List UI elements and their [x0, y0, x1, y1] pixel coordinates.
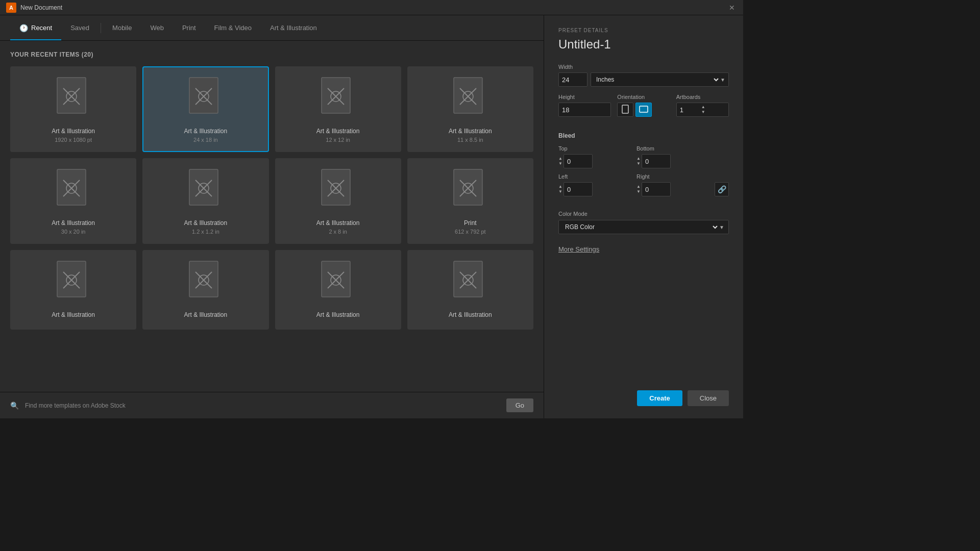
- doc-card-7[interactable]: Art & Illustration 2 x 8 in: [275, 158, 401, 244]
- portrait-icon: [622, 105, 629, 115]
- landscape-button[interactable]: [635, 103, 652, 117]
- height-field[interactable]: [558, 103, 611, 117]
- more-settings-link[interactable]: More Settings: [558, 245, 729, 253]
- doc-name-8: Print: [464, 219, 477, 227]
- svg-rect-12: [454, 78, 482, 113]
- orientation-label: Orientation: [617, 94, 670, 100]
- right-panel: PRESET DETAILS Untitled-1 Width Inches P…: [544, 15, 743, 418]
- bleed-top-down-arrow[interactable]: ▼: [558, 161, 562, 166]
- width-unit-wrap[interactable]: Inches Pixels Points Centimeters ▼: [591, 72, 729, 87]
- bleed-left-up-arrow[interactable]: ▲: [558, 184, 562, 189]
- doc-size-2: 24 x 18 in: [193, 137, 218, 143]
- doc-card-10[interactable]: Art & Illustration: [142, 250, 268, 330]
- bleed-right-group: Right ▲ ▼: [636, 173, 709, 196]
- doc-card-2[interactable]: Art & Illustration 24 x 18 in: [142, 66, 268, 152]
- tab-web[interactable]: Web: [141, 15, 173, 40]
- bleed-right-label: Right: [636, 173, 709, 180]
- go-button[interactable]: Go: [506, 398, 533, 412]
- svg-rect-28: [454, 169, 482, 205]
- height-input[interactable]: [559, 106, 587, 114]
- height-orient-row: Height Orientation: [558, 94, 729, 117]
- doc-size-1: 980 x 551 pt: [55, 137, 92, 143]
- window-close-button[interactable]: ✕: [727, 3, 737, 13]
- doc-card-4[interactable]: Art & Illustration 11 x 8.5 in: [407, 66, 533, 152]
- height-group: Height: [558, 94, 611, 117]
- doc-name-12: Art & Illustration: [449, 311, 492, 318]
- section-title: YOUR RECENT ITEMS (20): [10, 51, 533, 58]
- doc-name-10: Art & Illustration: [184, 311, 228, 318]
- width-unit-select[interactable]: Inches Pixels Points Centimeters: [594, 76, 720, 84]
- tab-film-video[interactable]: Film & Video: [205, 15, 261, 40]
- create-button[interactable]: Create: [637, 390, 682, 406]
- artboards-input[interactable]: [680, 106, 700, 114]
- doc-card-1[interactable]: Art & Illustration 980 x 551 pt: [10, 66, 136, 152]
- doc-icon-12: [450, 259, 491, 305]
- bleed-left-input[interactable]: [564, 186, 592, 193]
- doc-card-8[interactable]: Print 612 x 792 pt: [407, 158, 533, 244]
- artboard-arrows: ▲ ▼: [701, 105, 705, 114]
- color-mode-select-wrap[interactable]: RGB Color CMYK Color Grayscale ▼: [558, 220, 729, 234]
- doc-card-9[interactable]: Art & Illustration: [10, 250, 136, 330]
- bleed-left-down-arrow[interactable]: ▼: [558, 189, 562, 194]
- doc-icon-2: [185, 76, 226, 121]
- bleed-top-bottom-row: Top ▲ ▼ Bottom ▲ ▼: [558, 145, 729, 168]
- doc-size-7: 2 x 8 in: [329, 229, 347, 235]
- content-area: YOUR RECENT ITEMS (20) Art & Illustratio…: [0, 41, 544, 392]
- title-bar: A New Document ✕: [0, 0, 743, 15]
- app-icon: A: [6, 3, 16, 13]
- bleed-bottom-up-arrow[interactable]: ▲: [636, 156, 641, 161]
- width-field[interactable]: [558, 72, 587, 87]
- landscape-icon: [639, 106, 648, 114]
- doc-icon-4: [450, 76, 491, 121]
- document-grid: Art & Illustration 980 x 551 pt Art & …: [10, 66, 533, 330]
- chevron-down-icon: ▼: [720, 77, 725, 83]
- doc-icon-6: [185, 167, 226, 213]
- width-input[interactable]: [559, 76, 587, 84]
- svg-rect-20: [189, 169, 218, 205]
- tab-art-illustration[interactable]: Art & Illustration: [261, 15, 326, 40]
- tab-bar: 🕐 Recent Saved Mobile Web Print Film & V…: [0, 15, 544, 41]
- bleed-bottom-down-arrow[interactable]: ▼: [636, 161, 641, 166]
- bleed-left-right-row: Left ▲ ▼ Right ▲ ▼: [558, 173, 729, 196]
- tab-print[interactable]: Print: [173, 15, 205, 40]
- artboard-down-arrow[interactable]: ▼: [701, 110, 705, 115]
- color-mode-select[interactable]: RGB Color CMYK Color Grayscale: [563, 223, 719, 231]
- bleed-right-up-arrow[interactable]: ▲: [636, 184, 641, 189]
- doc-card-6[interactable]: Art & Illustration 1.2 x 1.2 in: [142, 158, 268, 244]
- tab-recent[interactable]: 🕐 Recent: [10, 15, 61, 40]
- doc-name-11: Art & Illustration: [316, 311, 360, 318]
- bleed-right-input[interactable]: [642, 186, 670, 193]
- doc-size-5: 30 x 20 in: [61, 229, 86, 235]
- doc-card-5[interactable]: Art & Illustration 30 x 20 in: [10, 158, 136, 244]
- tab-saved[interactable]: Saved: [61, 15, 99, 40]
- tab-mobile[interactable]: Mobile: [103, 15, 141, 40]
- bleed-right-field[interactable]: [642, 182, 671, 196]
- bleed-left-field[interactable]: [564, 182, 593, 196]
- title-bar-left: A New Document: [6, 3, 62, 13]
- link-bleed-button[interactable]: 🔗: [715, 182, 729, 196]
- bleed-label: Bleed: [558, 132, 729, 139]
- color-mode-label: Color Mode: [558, 211, 729, 217]
- portrait-button[interactable]: [617, 103, 633, 117]
- artboards-field[interactable]: ▲ ▼: [676, 103, 729, 117]
- bleed-bottom-input[interactable]: [642, 158, 670, 165]
- svg-rect-0: [57, 78, 86, 113]
- bleed-right-down-arrow[interactable]: ▼: [636, 189, 641, 194]
- bleed-top-input[interactable]: [564, 158, 592, 165]
- bleed-top-group: Top ▲ ▼: [558, 145, 631, 168]
- artboard-up-arrow[interactable]: ▲: [701, 105, 705, 110]
- doc-icon-5: [53, 167, 94, 213]
- left-panel: 🕐 Recent Saved Mobile Web Print Film & V…: [0, 15, 544, 418]
- bleed-top-up-arrow[interactable]: ▲: [558, 156, 562, 161]
- doc-name-3: Art & Illustration: [316, 128, 360, 135]
- svg-rect-16: [57, 169, 86, 205]
- color-mode-section: Color Mode RGB Color CMYK Color Grayscal…: [558, 204, 729, 234]
- bleed-top-field[interactable]: [564, 154, 593, 168]
- doc-size-3: 12 x 12 in: [326, 137, 350, 143]
- doc-size-8: 612 x 792 pt: [455, 229, 486, 235]
- doc-card-3[interactable]: Art & Illustration 12 x 12 in: [275, 66, 401, 152]
- doc-card-11[interactable]: Art & Illustration: [275, 250, 401, 330]
- doc-card-12[interactable]: Art & Illustration: [407, 250, 533, 330]
- bleed-bottom-field[interactable]: [642, 154, 671, 168]
- close-button[interactable]: Close: [688, 390, 729, 406]
